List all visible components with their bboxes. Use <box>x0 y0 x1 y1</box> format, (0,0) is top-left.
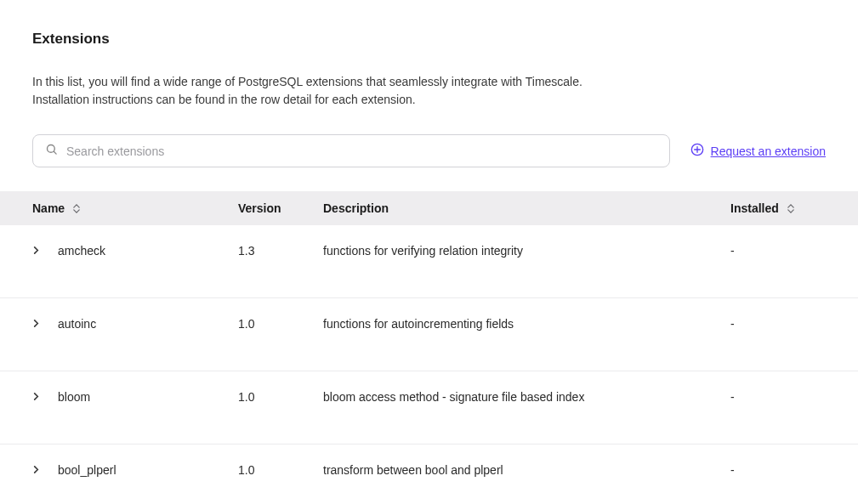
extension-name: amcheck <box>58 244 105 258</box>
extension-description: functions for verifying relation integri… <box>323 244 730 297</box>
search-box[interactable] <box>32 134 670 167</box>
chevron-right-icon[interactable] <box>32 390 44 402</box>
description-line-1: In this list, you will find a wide range… <box>32 75 582 88</box>
extensions-table: Name Version Description Installed amche… <box>0 191 858 504</box>
extension-name: bloom <box>58 390 90 404</box>
extension-installed: - <box>730 390 858 444</box>
page-title: Extensions <box>0 31 858 48</box>
table-body: amcheck1.3functions for verifying relati… <box>0 225 858 504</box>
svg-line-1 <box>54 151 56 154</box>
sort-icon[interactable] <box>73 204 80 213</box>
table-row: bool_plperl1.0transform between bool and… <box>0 445 858 504</box>
extension-version: 1.0 <box>238 317 323 371</box>
table-row: amcheck1.3functions for verifying relati… <box>0 225 858 298</box>
column-header-name[interactable]: Name <box>0 201 238 215</box>
column-header-name-label: Name <box>32 201 65 215</box>
extension-version: 1.0 <box>238 390 323 444</box>
extension-name: bool_plperl <box>58 463 116 477</box>
column-header-installed-label: Installed <box>730 201 779 215</box>
row-name-cell: bool_plperl <box>0 463 238 504</box>
plus-circle-icon <box>690 143 704 159</box>
row-name-cell: bloom <box>0 390 238 444</box>
search-icon <box>45 143 58 159</box>
extension-description: functions for autoincrementing fields <box>323 317 730 371</box>
column-header-version: Version <box>238 201 323 215</box>
table-row: autoinc1.0functions for autoincrementing… <box>0 298 858 371</box>
controls-row: Request an extension <box>0 134 858 167</box>
sort-icon[interactable] <box>787 204 794 213</box>
row-name-cell: amcheck <box>0 244 238 297</box>
extension-version: 1.0 <box>238 463 323 504</box>
extension-name: autoinc <box>58 317 96 331</box>
extension-installed: - <box>730 244 858 297</box>
extension-description: bloom access method - signature file bas… <box>323 390 730 444</box>
description-line-2: Installation instructions can be found i… <box>32 93 416 106</box>
search-input[interactable] <box>66 144 657 158</box>
request-extension-link-text: Request an extension <box>711 144 826 158</box>
chevron-right-icon[interactable] <box>32 463 44 475</box>
row-name-cell: autoinc <box>0 317 238 371</box>
page-description: In this list, you will find a wide range… <box>0 73 858 109</box>
column-header-installed[interactable]: Installed <box>730 201 858 215</box>
table-row: bloom1.0bloom access method - signature … <box>0 371 858 445</box>
extensions-panel: Extensions In this list, you will find a… <box>0 0 858 504</box>
request-extension-link[interactable]: Request an extension <box>690 143 826 159</box>
column-header-description: Description <box>323 201 730 215</box>
extension-description: transform between bool and plperl <box>323 463 730 504</box>
extension-installed: - <box>730 463 858 504</box>
table-header: Name Version Description Installed <box>0 191 858 225</box>
chevron-right-icon[interactable] <box>32 317 44 329</box>
extension-version: 1.3 <box>238 244 323 297</box>
extension-installed: - <box>730 317 858 371</box>
chevron-right-icon[interactable] <box>32 244 44 256</box>
